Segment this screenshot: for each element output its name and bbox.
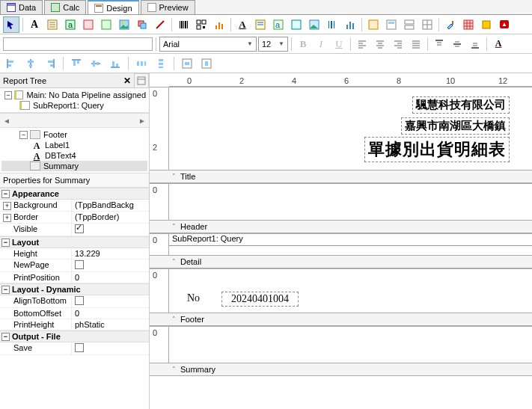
prop-boff-val[interactable]: 0 (72, 308, 149, 319)
tree-summary-band[interactable]: Summary (1, 161, 147, 171)
prop-ph-val[interactable]: phStatic (72, 319, 149, 330)
design-body[interactable]: 0 2 颿慧科技有限公司 嘉興市南湖區大橋鎮 單據別出貨明細表 ˄Title 0… (150, 87, 532, 409)
prop-save-val[interactable] (72, 342, 149, 354)
address-label[interactable]: 嘉興市南湖區大橋鎮 (401, 117, 510, 135)
italic-button[interactable]: I (313, 36, 329, 52)
richtext-tool[interactable]: a (62, 16, 79, 33)
align-justify-button[interactable] (408, 36, 424, 52)
band-header-label[interactable]: ˄Header (150, 220, 532, 233)
object-field[interactable] (3, 37, 153, 51)
prop-group-layoutdyn[interactable]: −Layout - Dynamic (0, 283, 149, 295)
valign-middle-button[interactable] (449, 36, 465, 52)
prop-group-output[interactable]: −Output - File (0, 330, 149, 342)
align-tops-button[interactable] (68, 55, 85, 72)
line-tool[interactable] (152, 16, 168, 33)
pagebreak-tool[interactable] (401, 16, 418, 33)
expander-icon[interactable]: − (4, 91, 12, 99)
band-summary[interactable]: 0 (150, 326, 532, 363)
paint-tool[interactable] (442, 16, 459, 33)
align-center-button[interactable] (372, 36, 388, 52)
dbrichtext-tool[interactable]: a (270, 16, 287, 33)
scroll-left-button[interactable]: ◄ (3, 117, 10, 125)
prop-height-val[interactable]: 13.229 (72, 248, 149, 259)
pdf-tool[interactable]: ▲ (496, 16, 513, 33)
company-label[interactable]: 颿慧科技有限公司 (412, 96, 510, 114)
scroll-right-button[interactable]: ► (138, 117, 146, 125)
checkbox-tool[interactable] (478, 16, 495, 33)
no-label[interactable]: No (184, 292, 203, 305)
prop-visible-val[interactable] (72, 224, 149, 236)
pointer-tool[interactable] (3, 16, 19, 33)
region-tool[interactable] (365, 16, 382, 33)
align-bottoms-button[interactable] (107, 55, 123, 72)
checkbox-icon[interactable] (75, 224, 84, 233)
font-size-combo[interactable]: 12▼ (258, 37, 288, 52)
tree-main[interactable]: −Main: No Data Pipeline assigned (1, 90, 147, 100)
crosstab-tool[interactable] (419, 16, 435, 33)
band-title[interactable]: 0 2 颿慧科技有限公司 嘉興市南湖區大橋鎮 單據別出貨明細表 (150, 87, 532, 170)
band-summary-label[interactable]: ˄Summary (150, 363, 532, 376)
dbcalc-tool[interactable] (288, 16, 305, 33)
underline-button[interactable]: U (331, 36, 347, 52)
panel-toggle-button[interactable] (134, 73, 149, 88)
prop-align-val[interactable] (72, 295, 149, 307)
barcode-tool[interactable] (175, 16, 192, 33)
space-vert-button[interactable] (153, 55, 169, 72)
align-lefts-button[interactable] (3, 55, 19, 72)
prop-group-appearance[interactable]: −Appearance (0, 188, 149, 200)
dbmemo-tool[interactable] (252, 16, 269, 33)
align-left-button[interactable] (354, 36, 370, 52)
align-centers-button[interactable] (22, 55, 39, 72)
checkbox-icon[interactable] (75, 296, 84, 305)
close-tree-button[interactable]: ✕ (123, 76, 131, 86)
prop-newpage-val[interactable] (72, 259, 149, 271)
memo-tool[interactable] (44, 16, 61, 33)
band-detail[interactable]: 0 SubReport1: Query (150, 233, 532, 255)
center-vert-button[interactable] (198, 55, 215, 72)
tab-calc[interactable]: Calc (44, 0, 86, 14)
expander-icon[interactable]: − (19, 131, 28, 139)
subreport-label[interactable]: SubReport1: Query (169, 234, 532, 246)
subreport-tool[interactable] (383, 16, 400, 33)
shape-tool[interactable] (134, 16, 150, 33)
no-value[interactable]: 20240401004 (221, 292, 299, 307)
checkbox-icon[interactable] (75, 260, 84, 269)
qrcode-tool[interactable] (193, 16, 210, 33)
collapse-icon[interactable]: − (1, 190, 10, 198)
bold-button[interactable]: B (295, 36, 311, 52)
table-tool[interactable] (460, 16, 477, 33)
dbbarcode-tool[interactable] (324, 16, 340, 33)
tab-design[interactable]: Design (88, 0, 138, 14)
dbchart-tool[interactable] (342, 16, 358, 33)
label-tool[interactable]: A (26, 16, 43, 33)
band-title-label[interactable]: ˄Title (150, 170, 532, 183)
tab-data[interactable]: Data (0, 0, 43, 14)
tree-dbtext4[interactable]: ADBText4 (1, 150, 147, 161)
align-right-button[interactable] (390, 36, 406, 52)
align-middles-button[interactable] (88, 55, 104, 72)
prop-printpos-val[interactable]: 0 (72, 272, 149, 283)
valign-top-button[interactable] (431, 36, 447, 52)
band-footer-label[interactable]: ˄Footer (150, 313, 532, 326)
checkbox-icon[interactable] (75, 343, 84, 352)
prop-border-val[interactable]: (TppBorder) (72, 212, 149, 223)
tree-label1[interactable]: ALabel1 (1, 140, 147, 150)
doctitle-label[interactable]: 單據別出貨明細表 (364, 137, 510, 162)
variable-tool[interactable] (98, 16, 114, 33)
tree-subreport[interactable]: SubReport1: Query (1, 100, 147, 111)
tree-footer-band[interactable]: −Footer (1, 129, 147, 140)
tab-preview[interactable]: Preview (141, 0, 195, 14)
valign-bottom-button[interactable] (467, 36, 483, 52)
chart-tool[interactable] (211, 16, 227, 33)
align-rights-button[interactable] (42, 55, 58, 72)
sysvar-tool[interactable] (80, 16, 97, 33)
band-header[interactable]: 0 (150, 183, 532, 220)
band-footer[interactable]: 0 No 20240401004 (150, 268, 532, 313)
space-horiz-button[interactable] (133, 55, 150, 72)
image-tool[interactable] (116, 16, 132, 33)
dbtext-tool[interactable]: A (234, 16, 251, 33)
prop-background-val[interactable]: (TppBandBackg (72, 200, 149, 211)
font-color-button[interactable]: A (490, 36, 507, 52)
band-detail-label[interactable]: ˄Detail (150, 255, 532, 268)
font-name-combo[interactable]: Arial▼ (159, 37, 257, 52)
